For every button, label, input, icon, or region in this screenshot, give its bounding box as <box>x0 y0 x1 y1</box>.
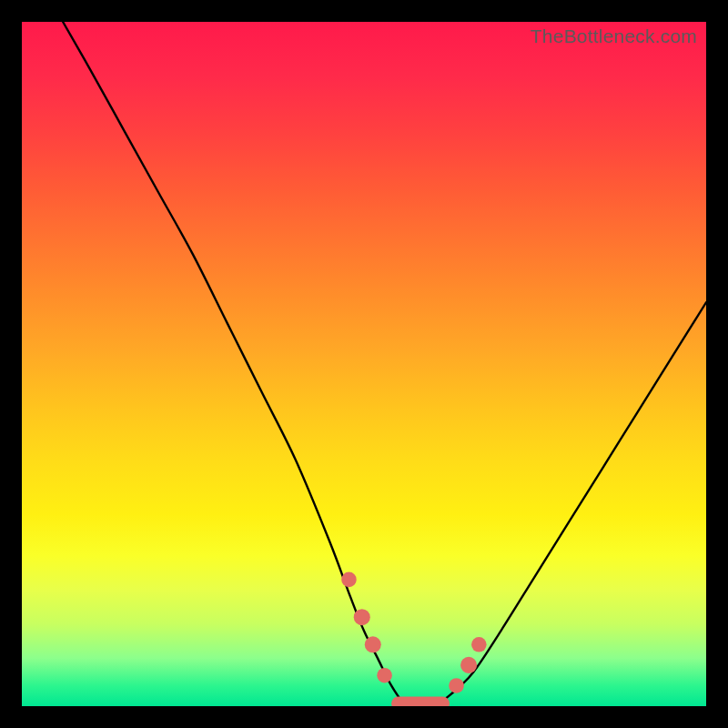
marker-dot <box>354 609 370 625</box>
chart-plot-area: TheBottleneck.com <box>22 22 706 706</box>
right-curve <box>405 302 706 706</box>
marker-dot <box>471 637 487 652</box>
chart-svg <box>22 22 706 706</box>
marker-dot <box>460 657 477 673</box>
marker-pill <box>391 696 450 706</box>
minimum-markers <box>341 572 486 706</box>
marker-dot <box>365 636 381 652</box>
marker-dot <box>449 678 464 693</box>
left-curve <box>63 22 405 706</box>
marker-dot <box>377 668 392 683</box>
marker-dot <box>341 572 357 588</box>
chart-frame: TheBottleneck.com <box>0 0 728 728</box>
